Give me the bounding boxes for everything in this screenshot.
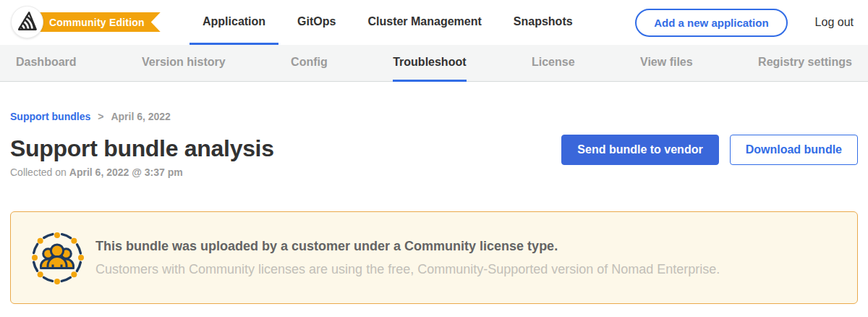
add-application-button[interactable]: Add a new application <box>635 9 787 37</box>
breadcrumb-separator: > <box>98 111 103 122</box>
subnav-item-registry-settings[interactable]: Registry settings <box>758 45 852 82</box>
primary-nav: Application GitOps Cluster Management Sn… <box>190 0 586 45</box>
subnav-item-version-history[interactable]: Version history <box>142 45 226 82</box>
top-navigation: Community Edition Application <box>0 0 868 45</box>
alert-text-block: This bundle was uploaded by a customer u… <box>95 239 720 277</box>
breadcrumb-current: April 6, 2022 <box>111 111 171 122</box>
subnav-item-label: Registry settings <box>758 56 852 69</box>
community-edition-label: Community Edition <box>49 17 145 28</box>
subnav-item-label: Version history <box>142 56 226 69</box>
subnav-item-troubleshoot[interactable]: Troubleshoot <box>393 45 466 82</box>
nav-item-label: Application <box>203 15 265 28</box>
nav-item-label: Cluster Management <box>367 15 481 28</box>
page-title: Support bundle analysis <box>10 135 274 162</box>
download-bundle-button[interactable]: Download bundle <box>730 135 858 165</box>
topnav-right-group: Add a new application Log out <box>635 0 859 45</box>
alert-title: This bundle was uploaded by a customer u… <box>95 239 720 254</box>
subnav-item-label: License <box>532 56 575 69</box>
subnav-item-config[interactable]: Config <box>291 45 328 82</box>
subnav-item-label: View files <box>640 56 693 69</box>
community-license-alert: This bundle was uploaded by a customer u… <box>10 211 858 304</box>
subnav-item-label: Config <box>291 56 328 69</box>
alert-subtitle: Customers with Community licenses are us… <box>95 262 720 277</box>
brand-home-link[interactable]: Community Edition <box>0 0 174 45</box>
app-subnav: Dashboard Version history Config Trouble… <box>0 45 868 82</box>
collected-date: April 6, 2022 @ 3:37 pm <box>69 166 183 178</box>
nav-item-gitops[interactable]: GitOps <box>284 0 349 45</box>
breadcrumb: Support bundles > April 6, 2022 <box>10 111 858 122</box>
logout-link[interactable]: Log out <box>815 16 854 29</box>
nav-item-label: GitOps <box>297 15 336 28</box>
subnav-item-dashboard[interactable]: Dashboard <box>16 45 77 82</box>
subnav-item-view-files[interactable]: View files <box>640 45 693 82</box>
bundle-actions: Send bundle to vendor Download bundle <box>561 135 858 165</box>
main-content: Support bundles > April 6, 2022 Support … <box>0 111 868 304</box>
subnav-item-license[interactable]: License <box>532 45 575 82</box>
nav-item-label: Snapshots <box>514 15 573 28</box>
subnav-item-label: Troubleshoot <box>393 56 466 69</box>
community-license-icon <box>30 230 85 285</box>
community-edition-ribbon: Community Edition <box>27 12 161 32</box>
replicated-logo-icon <box>18 12 37 33</box>
collected-timestamp: Collected onApril 6, 2022 @ 3:37 pm <box>10 166 274 178</box>
collected-prefix: Collected on <box>10 166 67 178</box>
nav-item-snapshots[interactable]: Snapshots <box>501 0 586 45</box>
app-logo[interactable] <box>11 6 43 38</box>
breadcrumb-support-bundles-link[interactable]: Support bundles <box>10 111 90 122</box>
nav-item-cluster-management[interactable]: Cluster Management <box>354 0 494 45</box>
nav-item-application[interactable]: Application <box>190 0 278 45</box>
send-bundle-button[interactable]: Send bundle to vendor <box>561 135 718 165</box>
subnav-item-label: Dashboard <box>16 56 77 69</box>
title-block: Support bundle analysis Collected onApri… <box>10 135 274 178</box>
title-row: Support bundle analysis Collected onApri… <box>10 135 858 178</box>
